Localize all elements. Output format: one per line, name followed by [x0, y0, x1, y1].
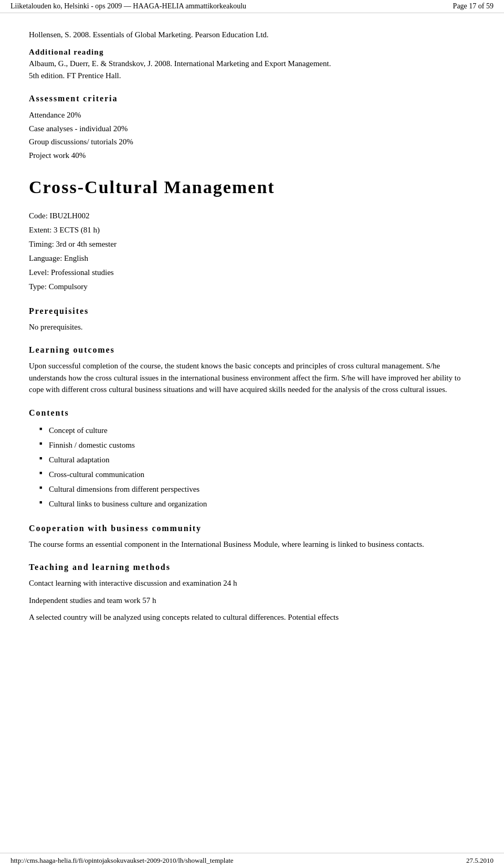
course-timing: Timing: 3rd or 4th semester [29, 237, 475, 251]
intro-line3: 5th edition. FT Prentice Hall. [29, 71, 121, 80]
footer-url: http://cms.haaga-helia.fi/fi/opintojakso… [10, 856, 234, 865]
teaching-line2: Independent studies and team work 57 h [29, 595, 475, 607]
list-item: Cross-cultural communication [39, 467, 475, 482]
learning-outcomes-text: Upon successful completion of the course… [29, 360, 475, 396]
header-right: Page 17 of 59 [453, 2, 494, 10]
course-title: Cross-Cultural Management [29, 177, 475, 198]
page-footer: http://cms.haaga-helia.fi/fi/opintojakso… [0, 853, 504, 868]
prerequisites-section: Prerequisites No prerequisites. [29, 306, 475, 333]
course-language: Language: English [29, 251, 475, 266]
course-extent: Extent: 3 ECTS (81 h) [29, 223, 475, 237]
assessment-section: Assessment criteria Attendance 20% Case … [29, 94, 475, 162]
footer-date: 27.5.2010 [466, 856, 494, 865]
course-type: Type: Compulsory [29, 280, 475, 294]
header-left: Liiketalouden ko, Helsinki - ops 2009 — … [10, 2, 246, 10]
cooperation-title: Cooperation with business community [29, 524, 475, 533]
prerequisites-title: Prerequisites [29, 306, 475, 316]
course-code: Code: IBU2LH002 [29, 209, 475, 223]
cooperation-text: The course forms an essential component … [29, 538, 475, 551]
prerequisites-text: No prerequisites. [29, 321, 475, 333]
page-content: Hollensen, S. 2008. Essentials of Global… [0, 13, 504, 664]
course-level: Level: Professional studies [29, 266, 475, 280]
list-item: Cultural links to business culture and o… [39, 496, 475, 511]
list-item: Concept of culture [39, 423, 475, 438]
teaching-section: Teaching and learning methods Contact le… [29, 563, 475, 623]
teaching-line3: A selected country will be analyzed usin… [29, 611, 475, 623]
additional-reading: Additional reading Albaum, G., Duerr, E.… [29, 46, 475, 82]
course-meta: Code: IBU2LH002 Extent: 3 ECTS (81 h) Ti… [29, 209, 475, 294]
teaching-title: Teaching and learning methods [29, 563, 475, 572]
contents-section: Contents Concept of cultureFinnish / dom… [29, 408, 475, 511]
list-item: Finnish / domestic customs [39, 438, 475, 452]
assessment-title: Assessment criteria [29, 94, 475, 103]
contents-title: Contents [29, 408, 475, 418]
cooperation-section: Cooperation with business community The … [29, 524, 475, 551]
intro-line1: Hollensen, S. 2008. Essentials of Global… [29, 29, 475, 41]
intro-section: Hollensen, S. 2008. Essentials of Global… [29, 29, 475, 81]
list-item: Cultural adaptation [39, 452, 475, 467]
teaching-line1: Contact learning with interactive discus… [29, 577, 475, 589]
additional-reading-label: Additional reading [29, 48, 104, 56]
contents-list: Concept of cultureFinnish / domestic cus… [39, 423, 475, 511]
learning-outcomes-section: Learning outcomes Upon successful comple… [29, 345, 475, 396]
page-header: Liiketalouden ko, Helsinki - ops 2009 — … [0, 0, 504, 13]
assessment-items: Attendance 20% Case analyses - individua… [29, 109, 475, 162]
intro-line2: Albaum, G., Duerr, E. & Strandskov, J. 2… [29, 59, 331, 68]
list-item: Cultural dimensions from different persp… [39, 482, 475, 496]
learning-outcomes-title: Learning outcomes [29, 345, 475, 355]
